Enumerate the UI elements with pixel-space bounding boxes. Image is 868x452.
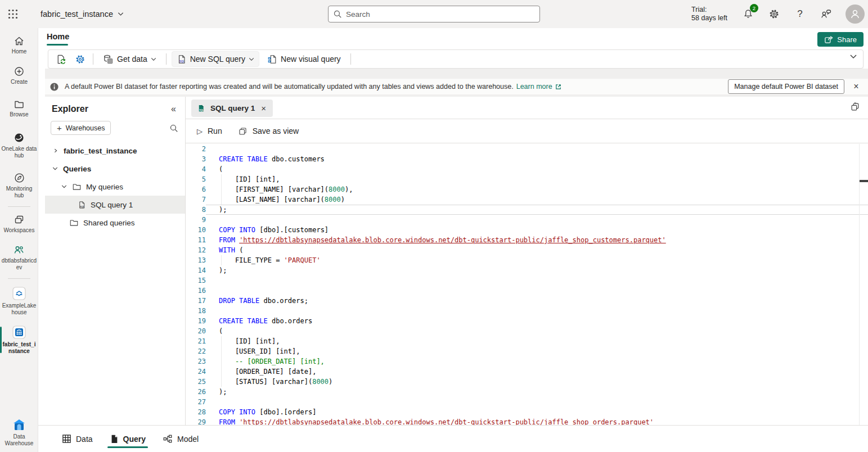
workspace-switcher[interactable]: fabric_test_instance	[41, 10, 124, 19]
code-line[interactable]: 22 [USER_ID] [int],	[186, 346, 868, 356]
line-number: 15	[186, 275, 206, 286]
code-line[interactable]: 21 [ID] [int],	[186, 336, 868, 346]
code-text: );	[206, 387, 868, 397]
tree-item-queries[interactable]: Queries	[45, 160, 185, 178]
tree-item-shared-queries[interactable]: Shared queries	[45, 214, 185, 232]
chevron-down-icon	[118, 12, 124, 16]
learn-more-link[interactable]: Learn more	[516, 83, 562, 91]
lakehouse-icon	[12, 286, 26, 301]
banner-close-button[interactable]: ×	[848, 79, 865, 94]
line-number: 16	[186, 286, 206, 296]
code-line[interactable]: 6 [FIRST_NAME] [varchar](8000),	[186, 184, 868, 195]
code-line[interactable]: 5 [ID] [int],	[186, 174, 868, 184]
code-line[interactable]: 17DROP TABLE dbo.orders;	[186, 296, 868, 306]
code-line[interactable]: 29FROM 'https://dbtlabsynapsedatalake.bl…	[186, 417, 868, 425]
code-line[interactable]: 24 [ORDER_DATE] [date],	[186, 367, 868, 377]
code-line[interactable]: 28COPY INTO [dbo].[orders]	[186, 407, 868, 417]
chevron-down-icon	[249, 57, 254, 61]
feedback-button[interactable]	[820, 8, 832, 20]
search-input[interactable]	[346, 10, 535, 19]
collapse-explorer-button[interactable]: «	[171, 104, 176, 114]
plus-circle-icon	[14, 66, 25, 77]
code-line[interactable]: 9	[186, 215, 868, 225]
code-line[interactable]: 25 [STATUS] [varchar](8000)	[186, 377, 868, 387]
avatar[interactable]	[845, 4, 865, 24]
code-line[interactable]: 19CREATE TABLE dbo.orders	[186, 316, 868, 326]
sql-editor[interactable]: 23CREATE TABLE dbo.customers4(5 [ID] [in…	[186, 144, 868, 425]
copy-icon	[850, 102, 860, 112]
tab-query[interactable]: Query	[104, 426, 151, 452]
help-button[interactable]: ?	[794, 8, 806, 20]
code-line[interactable]: 13 FILE_TYPE = 'PARQUET'	[186, 255, 868, 265]
manage-default-dataset-button[interactable]: Manage default Power BI dataset	[728, 79, 844, 94]
share-button[interactable]: Share	[817, 32, 863, 47]
tab-sql-query-1[interactable]: SQL SQL query 1 ×	[191, 100, 273, 117]
sidebar-item-dbtlabsfabricdev[interactable]: dbtlabsfabricdev	[0, 242, 38, 274]
tab-model[interactable]: Model	[157, 426, 204, 452]
new-sql-query-button[interactable]: SQL New SQL query	[172, 51, 259, 67]
code-text: COPY INTO [dbo].[orders]	[206, 407, 868, 417]
code-line[interactable]: 10COPY INTO [dbo].[customers]	[186, 225, 868, 235]
sql-file-icon: SQL	[78, 200, 86, 210]
code-line[interactable]: 12WITH (	[186, 245, 868, 255]
code-text: DROP TABLE dbo.orders;	[206, 296, 868, 306]
tab-data[interactable]: Data	[56, 426, 98, 452]
settings-button-ribbon[interactable]	[72, 51, 88, 67]
waffle-menu-icon[interactable]	[0, 0, 26, 28]
code-line[interactable]: 23 -- [ORDER_DATE] [int],	[186, 356, 868, 367]
tree-item-sql-query-1[interactable]: SQL SQL query 1	[45, 196, 185, 214]
code-text: [ORDER_DATE] [date],	[206, 367, 868, 377]
code-line[interactable]: 7 [LAST_NAME] [varchar](8000)	[186, 195, 868, 205]
run-button[interactable]: ▷ Run	[197, 126, 222, 135]
code-line[interactable]: 8);	[186, 205, 868, 215]
ribbon-toolbar: Get data SQL New SQL query New visual qu…	[48, 49, 863, 69]
sidebar-item-examplelakehouse[interactable]: ExampleLakehouse	[0, 283, 38, 319]
sidebar-item-workspaces[interactable]: Workspaces	[0, 211, 38, 237]
copy-button[interactable]	[850, 102, 860, 112]
tree-item-fabric-test-instance[interactable]: fabric_test_instance	[45, 142, 185, 160]
collapse-ribbon-button[interactable]	[849, 54, 857, 59]
explorer-header: Explorer «	[45, 97, 185, 117]
sidebar-item-data-warehouse[interactable]: Data Warehouse	[0, 415, 38, 450]
trial-remaining: 58 days left	[691, 14, 727, 22]
sidebar-item-fabric-test-instance[interactable]: fabric_test_instance	[0, 322, 38, 358]
save-as-view-button[interactable]: Save as view	[238, 126, 299, 136]
code-line[interactable]: 20(	[186, 326, 868, 336]
tab-home[interactable]: Home	[47, 32, 69, 46]
refresh-semantic-model-button[interactable]	[53, 51, 69, 67]
person-icon	[849, 8, 861, 20]
explorer-panel: Explorer « + Warehouses fabric_test_inst…	[45, 97, 186, 425]
code-text: WITH (	[206, 245, 868, 255]
add-warehouses-button[interactable]: + Warehouses	[51, 121, 111, 135]
code-line[interactable]: 3CREATE TABLE dbo.customers	[186, 154, 868, 164]
code-line[interactable]: 11FROM 'https://dbtlabsynapsedatalake.bl…	[186, 235, 868, 245]
sidebar-item-onelake-data-hub[interactable]: OneLake data hub	[0, 129, 38, 162]
explorer-search-icon[interactable]	[169, 124, 178, 133]
sidebar-item-home[interactable]: Home	[0, 33, 38, 58]
notifications-button[interactable]: 2	[742, 8, 754, 20]
gear-icon	[75, 54, 86, 65]
rail-divider	[8, 278, 30, 279]
sidebar-item-browse[interactable]: Browse	[0, 96, 38, 121]
close-tab-icon[interactable]: ×	[260, 103, 267, 113]
sidebar-item-monitoring-hub[interactable]: Monitoring hub	[0, 169, 38, 202]
code-line[interactable]: 4(	[186, 164, 868, 174]
code-line[interactable]: 27	[186, 397, 868, 407]
code-line[interactable]: 14);	[186, 265, 868, 275]
new-visual-query-button[interactable]: New visual query	[263, 51, 345, 67]
code-line[interactable]: 26);	[186, 387, 868, 397]
code-line[interactable]: 15	[186, 275, 868, 286]
settings-button[interactable]	[768, 8, 780, 20]
line-number: 22	[186, 346, 206, 356]
code-line[interactable]: 18	[186, 306, 868, 316]
tree-item-my-queries[interactable]: My queries	[45, 178, 185, 196]
code-line[interactable]: 16	[186, 286, 868, 296]
tree-item-label: SQL query 1	[91, 201, 133, 209]
query-tab-label: SQL query 1	[210, 104, 255, 112]
code-text: );	[206, 265, 868, 275]
overview-ruler[interactable]	[859, 144, 860, 425]
sidebar-item-create[interactable]: Create	[0, 63, 38, 88]
get-data-button[interactable]: Get data	[98, 51, 161, 67]
code-line[interactable]: 2	[186, 144, 868, 154]
line-number: 13	[186, 255, 206, 265]
